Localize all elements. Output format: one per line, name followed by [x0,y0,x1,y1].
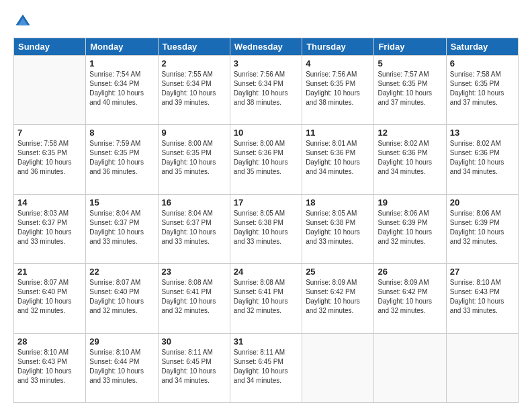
day-info: Sunrise: 8:00 AMSunset: 6:35 PMDaylight:… [162,139,226,177]
day-number: 17 [234,197,298,208]
day-number: 21 [17,267,82,277]
header [13,12,519,31]
day-number: 30 [162,336,226,347]
day-info: Sunrise: 8:08 AMSunset: 6:41 PMDaylight:… [162,278,226,316]
day-number: 6 [450,58,515,68]
calendar-week-row: 21Sunrise: 8:07 AMSunset: 6:40 PMDayligh… [14,264,519,333]
day-info: Sunrise: 8:10 AMSunset: 6:43 PMDaylight:… [450,278,515,316]
calendar-cell: 8Sunrise: 7:59 AMSunset: 6:35 PMDaylight… [86,125,158,194]
day-number: 1 [89,58,154,68]
calendar-cell: 25Sunrise: 8:09 AMSunset: 6:42 PMDayligh… [302,264,374,333]
day-info: Sunrise: 7:55 AMSunset: 6:34 PMDaylight:… [162,70,226,107]
weekday-header-saturday: Saturday [446,38,518,56]
day-info: Sunrise: 7:56 AMSunset: 6:34 PMDaylight:… [234,70,298,107]
calendar-cell: 3Sunrise: 7:56 AMSunset: 6:34 PMDaylight… [230,56,302,125]
calendar-cell: 28Sunrise: 8:10 AMSunset: 6:43 PMDayligh… [14,333,86,402]
day-info: Sunrise: 8:02 AMSunset: 6:36 PMDaylight:… [378,139,442,177]
day-info: Sunrise: 8:07 AMSunset: 6:40 PMDaylight:… [89,278,154,316]
calendar-cell: 13Sunrise: 8:02 AMSunset: 6:36 PMDayligh… [446,125,518,194]
weekday-header-thursday: Thursday [302,38,374,56]
weekday-header-wednesday: Wednesday [230,38,302,56]
day-info: Sunrise: 8:10 AMSunset: 6:44 PMDaylight:… [89,348,154,385]
calendar-cell: 23Sunrise: 8:08 AMSunset: 6:41 PMDayligh… [158,264,230,333]
calendar-week-row: 7Sunrise: 7:58 AMSunset: 6:35 PMDaylight… [14,125,519,194]
day-info: Sunrise: 7:56 AMSunset: 6:35 PMDaylight:… [306,70,370,107]
day-number: 7 [17,128,82,138]
calendar-cell [14,56,86,125]
day-info: Sunrise: 8:11 AMSunset: 6:45 PMDaylight:… [162,348,226,385]
calendar-cell: 1Sunrise: 7:54 AMSunset: 6:34 PMDaylight… [86,56,158,125]
day-number: 20 [450,197,515,208]
day-info: Sunrise: 8:08 AMSunset: 6:41 PMDaylight:… [234,278,298,316]
day-number: 16 [162,197,226,208]
calendar-cell: 15Sunrise: 8:04 AMSunset: 6:37 PMDayligh… [86,194,158,263]
day-info: Sunrise: 8:06 AMSunset: 6:39 PMDaylight:… [378,209,442,246]
day-number: 3 [234,58,298,68]
day-info: Sunrise: 8:06 AMSunset: 6:39 PMDaylight:… [450,209,515,246]
day-number: 12 [378,128,442,138]
calendar-cell: 9Sunrise: 8:00 AMSunset: 6:35 PMDaylight… [158,125,230,194]
day-info: Sunrise: 8:11 AMSunset: 6:45 PMDaylight:… [234,348,298,385]
day-info: Sunrise: 7:58 AMSunset: 6:35 PMDaylight:… [17,139,82,177]
calendar-cell: 17Sunrise: 8:05 AMSunset: 6:38 PMDayligh… [230,194,302,263]
calendar-cell: 24Sunrise: 8:08 AMSunset: 6:41 PMDayligh… [230,264,302,333]
calendar-cell: 18Sunrise: 8:05 AMSunset: 6:38 PMDayligh… [302,194,374,263]
day-number: 18 [306,197,370,208]
day-info: Sunrise: 8:10 AMSunset: 6:43 PMDaylight:… [17,348,82,385]
day-info: Sunrise: 8:09 AMSunset: 6:42 PMDaylight:… [378,278,442,316]
calendar-cell: 7Sunrise: 7:58 AMSunset: 6:35 PMDaylight… [14,125,86,194]
day-info: Sunrise: 7:54 AMSunset: 6:34 PMDaylight:… [89,70,154,107]
logo [13,12,35,31]
calendar-cell: 30Sunrise: 8:11 AMSunset: 6:45 PMDayligh… [158,333,230,402]
day-info: Sunrise: 8:04 AMSunset: 6:37 PMDaylight:… [162,209,226,246]
weekday-header-sunday: Sunday [14,38,86,56]
day-info: Sunrise: 8:01 AMSunset: 6:36 PMDaylight:… [306,139,370,177]
day-number: 24 [234,267,298,277]
day-info: Sunrise: 7:57 AMSunset: 6:35 PMDaylight:… [378,70,442,107]
day-number: 23 [162,267,226,277]
day-number: 4 [306,58,370,68]
calendar-cell: 5Sunrise: 7:57 AMSunset: 6:35 PMDaylight… [374,56,446,125]
day-number: 27 [450,267,515,277]
calendar-cell: 27Sunrise: 8:10 AMSunset: 6:43 PMDayligh… [446,264,518,333]
day-number: 2 [162,58,226,68]
day-info: Sunrise: 8:03 AMSunset: 6:37 PMDaylight:… [17,209,82,246]
day-number: 19 [378,197,442,208]
day-number: 13 [450,128,515,138]
day-info: Sunrise: 8:02 AMSunset: 6:36 PMDaylight:… [450,139,515,177]
day-info: Sunrise: 7:59 AMSunset: 6:35 PMDaylight:… [89,139,154,177]
day-number: 11 [306,128,370,138]
calendar-cell: 6Sunrise: 7:58 AMSunset: 6:35 PMDaylight… [446,56,518,125]
calendar-cell: 12Sunrise: 8:02 AMSunset: 6:36 PMDayligh… [374,125,446,194]
calendar-cell: 20Sunrise: 8:06 AMSunset: 6:39 PMDayligh… [446,194,518,263]
day-info: Sunrise: 8:07 AMSunset: 6:40 PMDaylight:… [17,278,82,316]
calendar-cell: 10Sunrise: 8:00 AMSunset: 6:36 PMDayligh… [230,125,302,194]
day-number: 28 [17,336,82,347]
weekday-header-monday: Monday [86,38,158,56]
day-info: Sunrise: 8:04 AMSunset: 6:37 PMDaylight:… [89,209,154,246]
calendar-week-row: 1Sunrise: 7:54 AMSunset: 6:34 PMDaylight… [14,56,519,125]
day-number: 8 [89,128,154,138]
day-info: Sunrise: 8:05 AMSunset: 6:38 PMDaylight:… [306,209,370,246]
day-info: Sunrise: 8:00 AMSunset: 6:36 PMDaylight:… [234,139,298,177]
calendar-cell: 4Sunrise: 7:56 AMSunset: 6:35 PMDaylight… [302,56,374,125]
day-number: 22 [89,267,154,277]
day-number: 29 [89,336,154,347]
day-number: 5 [378,58,442,68]
calendar-cell: 26Sunrise: 8:09 AMSunset: 6:42 PMDayligh… [374,264,446,333]
weekday-header-friday: Friday [374,38,446,56]
day-info: Sunrise: 8:05 AMSunset: 6:38 PMDaylight:… [234,209,298,246]
day-number: 25 [306,267,370,277]
weekday-header-row: SundayMondayTuesdayWednesdayThursdayFrid… [14,38,519,56]
day-number: 10 [234,128,298,138]
day-number: 31 [234,336,298,347]
calendar-cell: 29Sunrise: 8:10 AMSunset: 6:44 PMDayligh… [86,333,158,402]
calendar-week-row: 28Sunrise: 8:10 AMSunset: 6:43 PMDayligh… [14,333,519,402]
calendar-cell: 11Sunrise: 8:01 AMSunset: 6:36 PMDayligh… [302,125,374,194]
day-number: 15 [89,197,154,208]
calendar-cell [302,333,374,402]
calendar-cell: 2Sunrise: 7:55 AMSunset: 6:34 PMDaylight… [158,56,230,125]
calendar-cell: 19Sunrise: 8:06 AMSunset: 6:39 PMDayligh… [374,194,446,263]
day-info: Sunrise: 8:09 AMSunset: 6:42 PMDaylight:… [306,278,370,316]
day-number: 9 [162,128,226,138]
